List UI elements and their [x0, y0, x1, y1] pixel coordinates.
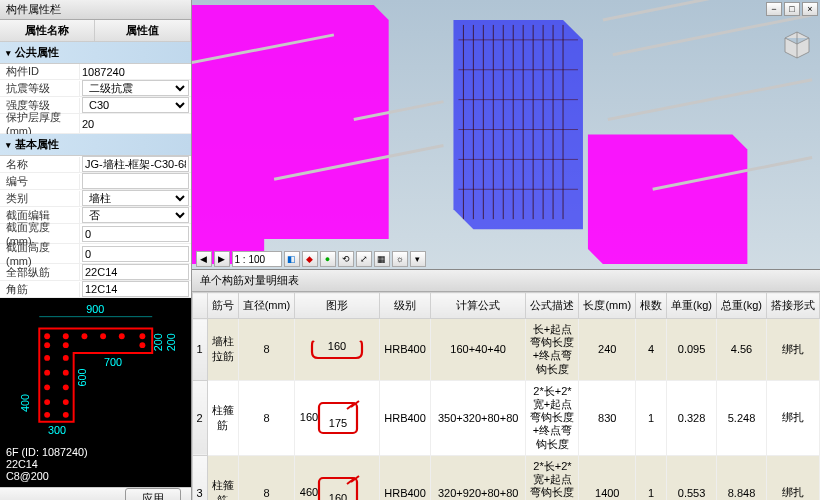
- prop-label: 全部纵筋: [0, 265, 80, 280]
- svg-point-11: [44, 355, 50, 361]
- svg-point-14: [63, 370, 69, 376]
- tool-icon[interactable]: ▾: [410, 251, 426, 267]
- col-header[interactable]: 计算公式: [430, 293, 526, 319]
- cell-cnt: 1: [636, 455, 667, 500]
- apply-bar: 应用: [0, 487, 191, 500]
- cell-grade: HRB400: [380, 319, 431, 381]
- cell-cnt: 4: [636, 319, 667, 381]
- col-header[interactable]: 单重(kg): [667, 293, 717, 319]
- col-name: 属性名称: [0, 20, 95, 41]
- tool-icon[interactable]: ●: [320, 251, 336, 267]
- svg-text:160: 160: [328, 340, 346, 352]
- viewport-toolbar: ◀ ▶ ◧ ◆ ● ⟲ ⤢ ▦ ☼ ▾: [196, 251, 426, 267]
- strength-select[interactable]: C30: [82, 97, 189, 113]
- table-row[interactable]: 1 墙柱拉筋 8 160 HRB400 160+40+40 长+起点弯钩长度+终…: [192, 319, 820, 381]
- col-header[interactable]: 搭接形式: [767, 293, 820, 319]
- section-public[interactable]: 公共属性: [0, 42, 191, 64]
- prop-label: 截面高度(mm): [0, 240, 80, 267]
- svg-text:460: 460: [300, 486, 318, 498]
- svg-text:400: 400: [19, 394, 31, 412]
- rebar-grid[interactable]: 筋号直径(mm)图形级别计算公式公式描述长度(mm)根数单重(kg)总重(kg)…: [192, 292, 821, 500]
- svg-text:700: 700: [104, 356, 122, 368]
- svg-text:200: 200: [165, 333, 177, 351]
- viewcube[interactable]: [782, 30, 812, 60]
- minimize-button[interactable]: −: [766, 2, 782, 16]
- cell-shape: 160175: [295, 380, 380, 455]
- cell-len: 830: [579, 380, 636, 455]
- col-header[interactable]: 直径(mm): [238, 293, 295, 319]
- svg-point-12: [63, 355, 69, 361]
- table-row[interactable]: 3 柱箍筋 8 460160 HRB400 320+920+80+80 2*长+…: [192, 455, 820, 500]
- nav-left-icon[interactable]: ◀: [196, 251, 212, 267]
- corner-input[interactable]: [82, 281, 189, 297]
- table-row[interactable]: 2 柱箍筋 8 160175 HRB400 350+320+80+80 2*长+…: [192, 380, 820, 455]
- svg-text:200: 200: [152, 333, 164, 351]
- col-header[interactable]: 公式描述: [526, 293, 579, 319]
- svg-text:900: 900: [86, 303, 104, 315]
- svg-text:300: 300: [48, 425, 66, 437]
- svg-point-10: [63, 342, 69, 348]
- col-header[interactable]: 级别: [380, 293, 431, 319]
- col-value: 属性值: [95, 20, 190, 41]
- cell-calc: 350+320+80+80: [430, 380, 526, 455]
- cell-uw: 0.328: [667, 380, 717, 455]
- cell-tw: 5.248: [717, 380, 767, 455]
- width-input[interactable]: [82, 226, 189, 242]
- prop-label: 构件ID: [0, 64, 80, 79]
- col-header[interactable]: 筋号: [207, 293, 238, 319]
- svg-text:C8@200: C8@200: [6, 470, 49, 482]
- col-header[interactable]: 总重(kg): [717, 293, 767, 319]
- tool-icon[interactable]: ⤢: [356, 251, 372, 267]
- section-preview[interactable]: 900 700 300 400 600 200 200 6F (ID: 1087…: [0, 298, 191, 487]
- secedit-select[interactable]: 否: [82, 207, 189, 223]
- col-header[interactable]: 图形: [295, 293, 380, 319]
- cell-desc: 长+起点弯钩长度+终点弯钩长度: [526, 319, 579, 381]
- cell-calc: 320+920+80+80: [430, 455, 526, 500]
- cell-len: 240: [579, 319, 636, 381]
- allbar-input[interactable]: [82, 264, 189, 280]
- cell-desc: 2*长+2*宽+起点弯钩长度+终点弯钩长度: [526, 455, 579, 500]
- tool-icon[interactable]: ⟲: [338, 251, 354, 267]
- cell-conn: 绑扎: [767, 455, 820, 500]
- cat-select[interactable]: 墙柱: [82, 190, 189, 206]
- cell-name: 墙柱拉筋: [207, 319, 238, 381]
- cell-grade: HRB400: [380, 455, 431, 500]
- col-header[interactable]: 长度(mm): [579, 293, 636, 319]
- close-button[interactable]: ×: [802, 2, 818, 16]
- cell-len: 1400: [579, 455, 636, 500]
- cell-shape: 460160: [295, 455, 380, 500]
- tool-icon[interactable]: ▦: [374, 251, 390, 267]
- seismic-select[interactable]: 二级抗震: [82, 80, 189, 96]
- col-header[interactable]: 根数: [636, 293, 667, 319]
- col-header[interactable]: [192, 293, 207, 319]
- scale-input[interactable]: [232, 251, 282, 267]
- num-input[interactable]: [82, 173, 189, 189]
- tool-icon[interactable]: ◆: [302, 251, 318, 267]
- nav-right-icon[interactable]: ▶: [214, 251, 230, 267]
- cell-tw: 8.848: [717, 455, 767, 500]
- height-input[interactable]: [82, 246, 189, 262]
- row-num: 2: [192, 380, 207, 455]
- svg-point-8: [139, 342, 145, 348]
- cell-cnt: 1: [636, 380, 667, 455]
- cell-conn: 绑扎: [767, 380, 820, 455]
- window-controls: − □ ×: [766, 2, 818, 16]
- prop-label: 抗震等级: [0, 81, 80, 96]
- svg-point-15: [44, 384, 50, 390]
- 3d-viewport[interactable]: − □ × ◀ ▶: [192, 0, 821, 270]
- prop-label: 类别: [0, 191, 80, 206]
- prop-label: 角筋: [0, 282, 80, 297]
- apply-button[interactable]: 应用: [125, 488, 181, 500]
- name-input[interactable]: [82, 156, 189, 172]
- section-basic[interactable]: 基本属性: [0, 134, 191, 156]
- tool-icon[interactable]: ☼: [392, 251, 408, 267]
- svg-text:6F (ID: 1087240): 6F (ID: 1087240): [6, 446, 88, 458]
- grid-tab[interactable]: 单个构筋对量明细表: [192, 270, 821, 292]
- restore-button[interactable]: □: [784, 2, 800, 16]
- prop-label: 名称: [0, 157, 80, 172]
- cell-dia: 8: [238, 380, 295, 455]
- svg-point-19: [44, 412, 50, 418]
- tool-icon[interactable]: ◧: [284, 251, 300, 267]
- svg-text:600: 600: [76, 369, 88, 387]
- right-area: − □ × ◀ ▶: [192, 0, 821, 500]
